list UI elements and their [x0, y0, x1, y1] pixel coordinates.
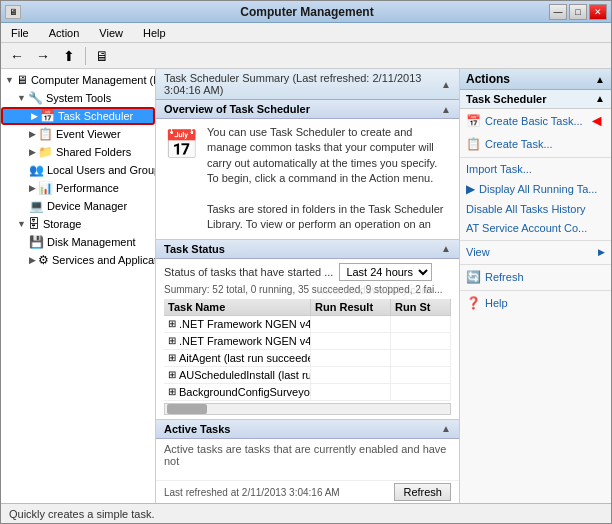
center-header-text: Task Scheduler Summary (Last refreshed: … [164, 72, 441, 96]
task-row-icon: ⊞ [168, 352, 176, 363]
disk-management-icon: 💾 [29, 235, 44, 249]
table-row[interactable]: ⊞ AUScheduledInstall (last run su... [164, 367, 451, 384]
center-refresh-button[interactable]: Refresh [394, 483, 451, 501]
active-tasks-header[interactable]: Active Tasks ▲ [156, 420, 459, 439]
tree-local-users[interactable]: 👥 Local Users and Groups [1, 161, 155, 179]
maximize-button[interactable]: □ [569, 4, 587, 20]
action-separator-3 [460, 264, 611, 265]
app-icon: 🖥 [5, 5, 21, 19]
collapse-center-btn[interactable]: ▲ [441, 79, 451, 90]
back-button[interactable]: ← [5, 45, 29, 67]
actions-section-header: Task Scheduler ▲ [460, 90, 611, 109]
task-status-header[interactable]: Task Status ▲ [156, 240, 459, 259]
active-tasks-text: Active tasks are tasks that are currentl… [164, 443, 447, 467]
computer-button[interactable]: 🖥 [90, 45, 114, 67]
overview-section-header[interactable]: Overview of Task Scheduler ▲ [156, 100, 459, 119]
refresh-icon: 🔄 [466, 270, 481, 284]
menu-help[interactable]: Help [137, 25, 172, 41]
active-tasks-collapse[interactable]: ▲ [441, 423, 451, 434]
task-result-cell [311, 350, 391, 366]
task-name-text: .NET Framework NGEN v4.0.303... [179, 318, 311, 330]
status-filter-select[interactable]: Last 24 hours [339, 263, 432, 281]
disable-history-label: Disable All Tasks History [466, 203, 586, 215]
task-runst-cell [391, 350, 451, 366]
task-name-cell: ⊞ BackgroundConfigSurveyor (las... [164, 384, 311, 400]
tree-shared-folders[interactable]: ▶ 📁 Shared Folders [1, 143, 155, 161]
refresh-label: Refresh [485, 271, 524, 283]
shared-folders-icon: 📁 [38, 145, 53, 159]
tree-performance[interactable]: ▶ 📊 Performance [1, 179, 155, 197]
display-all-running-label: Display All Running Ta... [479, 183, 597, 195]
help-action[interactable]: ❓ Help [460, 293, 611, 314]
up-button[interactable]: ⬆ [57, 45, 81, 67]
services-icon: ⚙ [38, 253, 49, 267]
create-basic-task-icon: 📅 [466, 114, 481, 128]
window-title: Computer Management [65, 5, 549, 19]
task-row-icon: ⊞ [168, 386, 176, 397]
red-arrow-indicator: ◄ [589, 112, 605, 130]
toolbar: ← → ⬆ 🖥 [1, 43, 611, 69]
create-task-icon: 📋 [466, 137, 481, 151]
active-tasks-title: Active Tasks [164, 423, 230, 435]
tree-shared-folders-label: Shared Folders [56, 146, 131, 158]
task-row-icon: ⊞ [168, 369, 176, 380]
display-all-running-action[interactable]: ▶ Display All Running Ta... [460, 179, 611, 200]
tree-storage-label: Storage [43, 218, 82, 230]
table-row[interactable]: ⊞ .NET Framework NGEN v4.0.303... [164, 316, 451, 333]
disable-all-history-action[interactable]: Disable All Tasks History [460, 200, 611, 219]
tree-system-tools-label: System Tools [46, 92, 111, 104]
close-button[interactable]: ✕ [589, 4, 607, 20]
task-name-cell: ⊞ .NET Framework NGEN v4.0.303... [164, 316, 311, 332]
status-filter-row: Status of tasks that have started ... La… [164, 263, 451, 281]
menu-file[interactable]: File [5, 25, 35, 41]
task-name-text: AitAgent (last run succeeded at... [179, 352, 311, 364]
actions-section-collapse[interactable]: ▲ [595, 93, 605, 105]
task-runst-cell [391, 367, 451, 383]
main-window: 🖥 Computer Management — □ ✕ File Action … [0, 0, 612, 524]
center-panel: Task Scheduler Summary (Last refreshed: … [156, 69, 459, 503]
table-row[interactable]: ⊞ AitAgent (last run succeeded at... [164, 350, 451, 367]
overview-collapse-btn[interactable]: ▲ [441, 104, 451, 115]
overview-title: Overview of Task Scheduler [164, 103, 310, 115]
menu-view[interactable]: View [93, 25, 129, 41]
local-users-icon: 👥 [29, 163, 44, 177]
actions-header: Actions ▲ [460, 69, 611, 90]
horizontal-scrollbar[interactable] [164, 403, 451, 415]
last-refresh-text: Last refreshed at 2/11/2013 3:04:16 AM [164, 487, 340, 498]
tree-task-scheduler[interactable]: ▶ 📅 Task Scheduler [1, 107, 155, 125]
computer-icon: 🖥 [16, 73, 28, 87]
tree-services-apps[interactable]: ▶ ⚙ Services and Applications [1, 251, 155, 269]
expand-arrow-shared: ▶ [29, 147, 36, 157]
tree-event-viewer[interactable]: ▶ 📋 Event Viewer [1, 125, 155, 143]
tree-system-tools[interactable]: ▼ 🔧 System Tools [1, 89, 155, 107]
help-icon: ❓ [466, 296, 481, 310]
tree-storage[interactable]: ▼ 🗄 Storage [1, 215, 155, 233]
menu-bar: File Action View Help [1, 23, 611, 43]
expand-arrow-perf: ▶ [29, 183, 36, 193]
forward-button[interactable]: → [31, 45, 55, 67]
tree-root[interactable]: ▼ 🖥 Computer Management (Local [1, 71, 155, 89]
task-result-cell [311, 316, 391, 332]
help-label: Help [485, 297, 508, 309]
view-action[interactable]: View ▶ [460, 243, 611, 262]
create-basic-task-action[interactable]: 📅 Create Basic Task... ◄ [460, 109, 611, 134]
event-viewer-icon: 📋 [38, 127, 53, 141]
expand-arrow-event: ▶ [29, 129, 36, 139]
menu-action[interactable]: Action [43, 25, 86, 41]
minimize-button[interactable]: — [549, 4, 567, 20]
table-row[interactable]: ⊞ .NET Framework NGEN v4.0.303... [164, 333, 451, 350]
center-footer: Last refreshed at 2/11/2013 3:04:16 AM R… [156, 480, 459, 503]
refresh-action[interactable]: 🔄 Refresh [460, 267, 611, 288]
import-task-action[interactable]: Import Task... [460, 160, 611, 179]
task-runst-cell [391, 316, 451, 332]
tree-device-manager[interactable]: 💻 Device Manager [1, 197, 155, 215]
actions-collapse-icon[interactable]: ▲ [595, 74, 605, 85]
expand-arrow-task: ▶ [31, 111, 38, 121]
task-name-text: .NET Framework NGEN v4.0.303... [179, 335, 311, 347]
create-task-action[interactable]: 📋 Create Task... [460, 134, 611, 155]
tree-disk-management[interactable]: 💾 Disk Management [1, 233, 155, 251]
task-status-collapse-btn[interactable]: ▲ [441, 243, 451, 254]
status-filter-label: Status of tasks that have started ... [164, 266, 333, 278]
at-service-account-action[interactable]: AT Service Account Co... [460, 219, 611, 238]
table-row[interactable]: ⊞ BackgroundConfigSurveyor (las... [164, 384, 451, 401]
